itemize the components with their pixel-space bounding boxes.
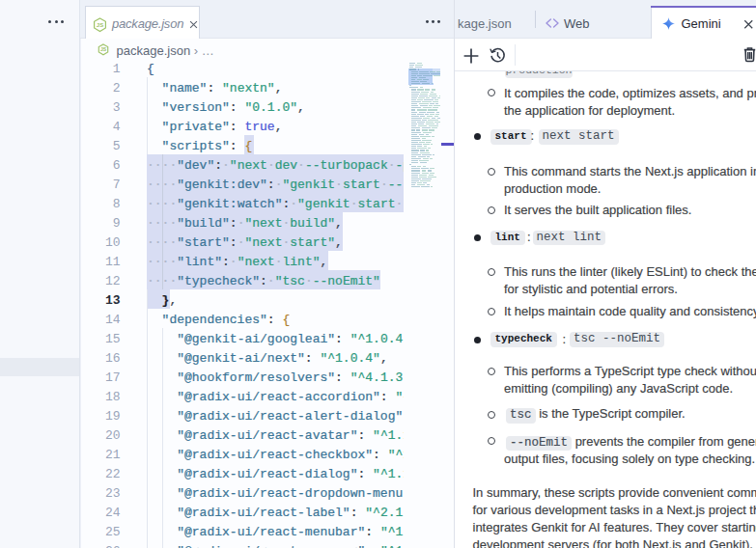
svg-text:JS: JS xyxy=(97,22,103,28)
svg-text:JS: JS xyxy=(100,46,107,52)
